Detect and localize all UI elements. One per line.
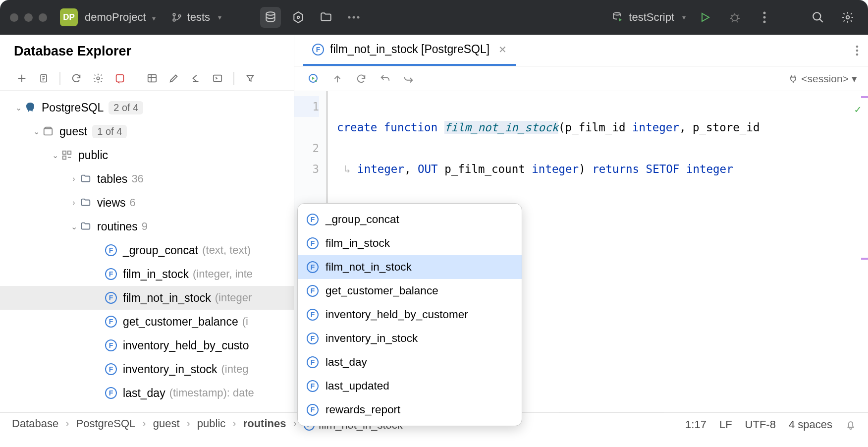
breadcrumb-item[interactable]: PostgreSQL	[76, 417, 136, 430]
tree-routine[interactable]: Finventory_in_stock(integ	[0, 357, 294, 381]
tree-routine[interactable]: F_group_concat(text, text)	[0, 238, 294, 262]
edit-button[interactable]	[165, 69, 183, 87]
project-badge: DP	[60, 8, 78, 26]
svg-point-2	[178, 15, 181, 17]
function-icon: F	[307, 261, 319, 273]
popup-item[interactable]: Flast_updated	[298, 374, 522, 398]
session-selector[interactable]: <session> ▾	[788, 73, 857, 85]
scroll-marker	[861, 258, 868, 260]
breadcrumb-item[interactable]: Database	[12, 417, 58, 430]
tree-schema[interactable]: ⌄ public	[0, 143, 294, 167]
file-encoding[interactable]: UTF-8	[745, 418, 776, 431]
popup-item[interactable]: Finventory_held_by_customer	[298, 303, 522, 327]
postgresql-icon	[24, 101, 37, 114]
line-separator[interactable]: LF	[719, 418, 732, 431]
run-button[interactable]	[695, 7, 715, 28]
popup-item[interactable]: Ffilm_in_stock	[298, 231, 522, 255]
copy-ddl-button[interactable]	[35, 69, 53, 87]
close-window[interactable]	[10, 13, 18, 22]
branch-name: tests	[187, 11, 210, 24]
popup-item-label: rewards_report	[326, 403, 400, 416]
vcs-branch[interactable]: tests ▾	[171, 11, 221, 24]
datasource-properties-button[interactable]	[89, 69, 107, 87]
tree-routine[interactable]: Flast_day(timestamp): date	[0, 381, 294, 405]
jump-to-button[interactable]	[187, 69, 205, 87]
maximize-window[interactable]	[39, 13, 47, 22]
svg-point-26	[856, 53, 859, 56]
tree-folder-views[interactable]: › views 6	[0, 191, 294, 215]
execute-button[interactable]	[305, 70, 322, 87]
database-icon	[42, 125, 54, 138]
tree-datasource[interactable]: ⌄ PostgreSQL 2 of 4	[0, 96, 294, 119]
tree-routine[interactable]: Finventory_held_by_custo	[0, 334, 294, 357]
routine-name: last_day	[123, 387, 165, 400]
more-tools-icon[interactable]	[343, 7, 364, 28]
breadcrumb-item[interactable]: routines	[243, 417, 286, 430]
popup-item[interactable]: Fget_customer_balance	[298, 279, 522, 303]
editor-tab-active[interactable]: F film_not_in_stock [PostgreSQL] ✕	[303, 35, 516, 66]
structure-popup[interactable]: F_group_concatFfilm_in_stockFfilm_not_in…	[297, 203, 522, 426]
explorer-tree[interactable]: ⌄ PostgreSQL 2 of 4 ⌄ guest 1 of 4 ⌄ pub…	[0, 91, 294, 412]
tree-routine[interactable]: Ffilm_not_in_stock(integer	[0, 286, 294, 310]
debug-button[interactable]	[724, 7, 745, 28]
function-icon: F	[307, 356, 319, 368]
run-config-selector[interactable]: testScript ▾	[612, 11, 686, 24]
routine-name: get_customer_balance	[123, 315, 238, 329]
tree-folder-routines[interactable]: ⌄ routines 9	[0, 215, 294, 238]
stop-button[interactable]	[111, 69, 129, 87]
svg-point-24	[856, 45, 859, 48]
filter-button[interactable]	[241, 69, 259, 87]
breadcrumb-item[interactable]: public	[197, 417, 225, 430]
tree-routine[interactable]: Fget_customer_balance(i	[0, 310, 294, 334]
settings-icon[interactable]	[837, 7, 858, 28]
svg-rect-22	[68, 151, 71, 154]
close-tab-icon[interactable]: ✕	[498, 44, 507, 56]
popup-item[interactable]: F_group_concat	[298, 208, 522, 231]
more-menu-icon[interactable]	[754, 7, 775, 28]
database-tool-icon[interactable]	[260, 7, 281, 28]
refresh-button[interactable]	[67, 69, 85, 87]
indent-setting[interactable]: 4 spaces	[789, 418, 832, 431]
function-icon: F	[307, 309, 319, 321]
popup-item[interactable]: Frewards_report	[298, 398, 522, 422]
folder-tool-icon[interactable]	[316, 7, 336, 28]
table-view-button[interactable]	[143, 69, 161, 87]
notifications-icon[interactable]	[845, 419, 856, 430]
folder-count: 36	[131, 172, 143, 185]
svg-point-7	[357, 16, 360, 19]
popup-item-label: last_day	[326, 356, 367, 369]
tree-folder-tables[interactable]: › tables 36	[0, 167, 294, 191]
svg-point-25	[856, 49, 859, 52]
minimize-window[interactable]	[24, 13, 33, 22]
editor-tabs-menu[interactable]	[855, 45, 859, 56]
project-selector[interactable]: demoProject ▾	[85, 11, 156, 24]
editor-toolbar: <session> ▾	[294, 66, 868, 91]
add-button[interactable]	[13, 69, 31, 87]
routine-params: (text, text)	[202, 244, 251, 257]
folder-count: 9	[142, 220, 148, 233]
hex-tool-icon[interactable]	[288, 7, 309, 28]
db-run-icon	[612, 11, 624, 23]
console-button[interactable]	[209, 69, 226, 87]
cursor-position[interactable]: 1:17	[685, 418, 706, 431]
rollback-button[interactable]	[377, 70, 393, 87]
sync-button[interactable]	[353, 70, 370, 87]
svg-point-8	[613, 13, 620, 15]
function-icon: F	[307, 333, 319, 344]
routine-params: (integer	[215, 291, 252, 304]
routine-params: (integ	[221, 363, 249, 376]
submit-button[interactable]	[329, 70, 346, 87]
folder-name: tables	[97, 172, 127, 186]
tree-database[interactable]: ⌄ guest 1 of 4	[0, 119, 294, 143]
popup-item[interactable]: Flast_day	[298, 350, 522, 374]
popup-item[interactable]: Finventory_in_stock	[298, 327, 522, 350]
popup-item-label: get_customer_balance	[326, 284, 438, 297]
tree-routine[interactable]: Ffilm_in_stock(integer, inte	[0, 262, 294, 286]
function-icon: F	[105, 244, 117, 256]
breadcrumb-item[interactable]: guest	[153, 417, 180, 430]
folder-icon	[79, 196, 92, 209]
svg-point-3	[266, 12, 274, 15]
search-icon[interactable]	[808, 7, 828, 28]
commit-button[interactable]	[400, 70, 417, 87]
popup-item[interactable]: Ffilm_not_in_stock	[298, 255, 522, 279]
